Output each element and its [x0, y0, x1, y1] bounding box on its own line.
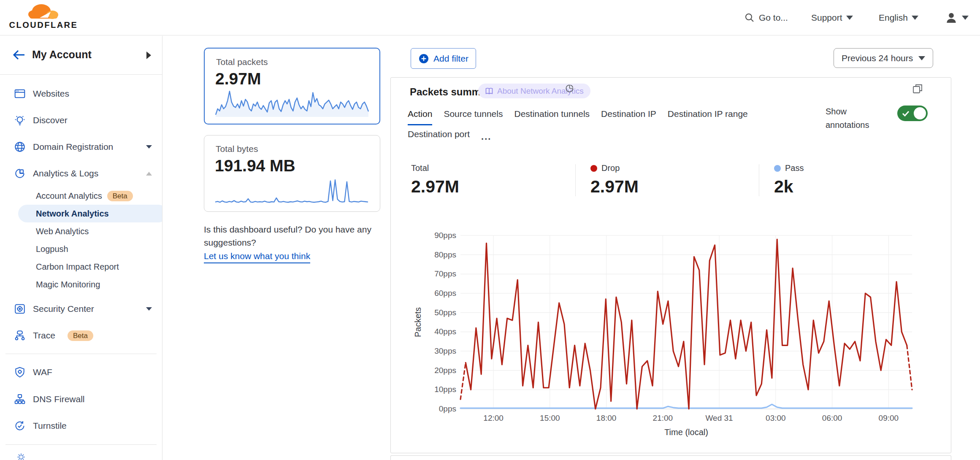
- account-switcher[interactable]: My Account: [0, 36, 162, 75]
- tab-action[interactable]: Action: [408, 109, 432, 125]
- time-range-label: Previous 24 hours: [842, 53, 913, 63]
- back-arrow-icon[interactable]: [12, 49, 26, 61]
- globe-icon: [14, 141, 26, 153]
- svg-text:Packets: Packets: [413, 307, 422, 337]
- rotate-check-icon: [14, 420, 26, 432]
- svg-text:70pps: 70pps: [434, 269, 456, 278]
- stat-drop: Drop 2.97M: [590, 163, 639, 197]
- tab-destination-port[interactable]: Destination port: [408, 129, 470, 144]
- pass-legend-dot: [774, 165, 781, 172]
- packets-time-series-chart[interactable]: 0pps10pps20pps30pps40pps50pps60pps70pps8…: [401, 228, 929, 439]
- svg-text:03:00: 03:00: [766, 414, 786, 422]
- sidebar-item-dns-firewall[interactable]: DNS Firewall: [0, 388, 162, 411]
- pie-chart-icon[interactable]: [564, 83, 575, 94]
- sidebar-item-waf[interactable]: WAF: [0, 361, 162, 384]
- stat-label: Pass: [785, 163, 804, 173]
- svg-text:12:00: 12:00: [483, 414, 504, 422]
- check-icon: [901, 109, 910, 118]
- svg-text:Time (local): Time (local): [664, 428, 708, 437]
- starburst-icon[interactable]: [15, 453, 27, 460]
- annotations-toggle[interactable]: [897, 106, 928, 121]
- shield-gear-icon: [14, 366, 26, 378]
- svg-text:15:00: 15:00: [540, 414, 560, 422]
- tab-destination-ip[interactable]: Destination IP: [601, 109, 656, 125]
- beta-badge: Beta: [107, 191, 133, 201]
- security-vault-icon: [14, 303, 26, 315]
- chevron-down-icon: [918, 56, 925, 60]
- sidebar-item-account-analytics[interactable]: Account Analytics Beta: [0, 187, 162, 205]
- sidebar-item-logpush[interactable]: Logpush: [0, 240, 162, 258]
- dimension-tabs-row2: Destination port ...: [408, 129, 491, 144]
- sidebar-item-turnstile[interactable]: Turnstile: [0, 414, 162, 437]
- sidebar-item-discover[interactable]: Discover: [0, 109, 162, 132]
- stat-label: Drop: [601, 163, 620, 173]
- beta-badge: Beta: [68, 330, 93, 341]
- sidebar-item-websites[interactable]: Websites: [0, 82, 162, 105]
- trace-flow-icon: [14, 330, 26, 341]
- language-label: English: [879, 13, 908, 23]
- stat-divider: [759, 164, 759, 196]
- sidebar-item-web-analytics[interactable]: Web Analytics: [0, 222, 162, 240]
- account-menu[interactable]: [945, 0, 969, 35]
- sidebar-item-label: Analytics & Logs: [33, 168, 98, 179]
- tab-source-tunnels[interactable]: Source tunnels: [444, 109, 503, 125]
- stat-value: 2.97M: [411, 177, 459, 197]
- svg-text:60pps: 60pps: [434, 289, 456, 298]
- goto-search[interactable]: Go to...: [744, 0, 788, 35]
- card-label: Total bytes: [216, 144, 258, 154]
- add-filter-button[interactable]: Add filter: [411, 48, 476, 69]
- tab-destination-tunnels[interactable]: Destination tunnels: [514, 109, 590, 125]
- svg-text:90pps: 90pps: [434, 231, 456, 240]
- svg-text:30pps: 30pps: [434, 346, 456, 355]
- hierarchy-icon: [14, 393, 26, 405]
- sidebar-item-network-analytics[interactable]: Network Analytics: [0, 205, 162, 222]
- language-menu[interactable]: English: [879, 0, 918, 35]
- sidebar-item-label: Network Analytics: [36, 209, 109, 219]
- chevron-down-icon: [846, 16, 853, 20]
- svg-text:80pps: 80pps: [434, 250, 456, 259]
- sidebar-item-label: Web Analytics: [36, 227, 89, 236]
- lightbulb-icon: [14, 114, 26, 126]
- svg-text:10pps: 10pps: [434, 385, 456, 394]
- sidebar-item-analytics-logs[interactable]: Analytics & Logs: [0, 162, 162, 185]
- sidebar-item-label: Magic Monitoring: [36, 280, 100, 290]
- svg-text:18:00: 18:00: [596, 414, 617, 422]
- total-bytes-card[interactable]: Total bytes 191.94 MB: [204, 135, 380, 212]
- sidebar-item-label: Discover: [33, 115, 68, 125]
- sidebar: My Account Websites Discover Domain Reg: [0, 36, 162, 460]
- chevron-up-icon: [146, 172, 152, 176]
- sidebar-item-magic-monitoring[interactable]: Magic Monitoring: [0, 276, 162, 293]
- stat-value: 2.97M: [590, 177, 639, 197]
- svg-text:21:00: 21:00: [653, 414, 673, 422]
- packets-summary-panel: Packets summary About Network Analytics …: [390, 77, 951, 453]
- sidebar-item-label: DNS Firewall: [33, 394, 85, 404]
- card-value: 191.94 MB: [215, 157, 295, 175]
- search-icon: [744, 12, 755, 23]
- stat-total: Total 2.97M: [411, 163, 459, 197]
- support-menu[interactable]: Support: [811, 0, 853, 35]
- sidebar-item-carbon-impact-report[interactable]: Carbon Impact Report: [0, 258, 162, 276]
- sidebar-item-trace[interactable]: Trace Beta: [0, 324, 162, 347]
- tab-destination-ip-range[interactable]: Destination IP range: [668, 109, 748, 125]
- sidebar-item-label: Account Analytics: [36, 191, 102, 201]
- more-tabs-button[interactable]: ...: [481, 131, 491, 142]
- goto-label: Go to...: [759, 13, 788, 23]
- svg-text:0pps: 0pps: [439, 404, 456, 413]
- svg-text:40pps: 40pps: [434, 327, 456, 336]
- sidebar-item-label: Carbon Impact Report: [36, 262, 119, 272]
- sidebar-item-security-center[interactable]: Security Center: [0, 298, 162, 320]
- sidebar-item-label: WAF: [33, 367, 52, 377]
- sidebar-item-domain-registration[interactable]: Domain Registration: [0, 135, 162, 158]
- expand-panel-icon[interactable]: [912, 83, 923, 94]
- card-value: 2.97M: [215, 70, 261, 88]
- add-filter-label: Add filter: [433, 54, 468, 64]
- time-range-dropdown[interactable]: Previous 24 hours: [834, 48, 933, 68]
- cloudflare-logo[interactable]: CLOUDFLARE: [8, 2, 79, 30]
- chevron-down-icon: [912, 16, 918, 20]
- feedback-link[interactable]: Let us know what you think: [204, 249, 310, 263]
- top-header: CLOUDFLARE Go to... Support English: [0, 0, 980, 35]
- feedback-question: Is this dashboard useful? Do you have an…: [204, 223, 390, 249]
- stat-pass: Pass 2k: [774, 163, 804, 197]
- total-packets-card[interactable]: Total packets 2.97M: [204, 48, 380, 124]
- chevron-down-icon: [146, 145, 152, 149]
